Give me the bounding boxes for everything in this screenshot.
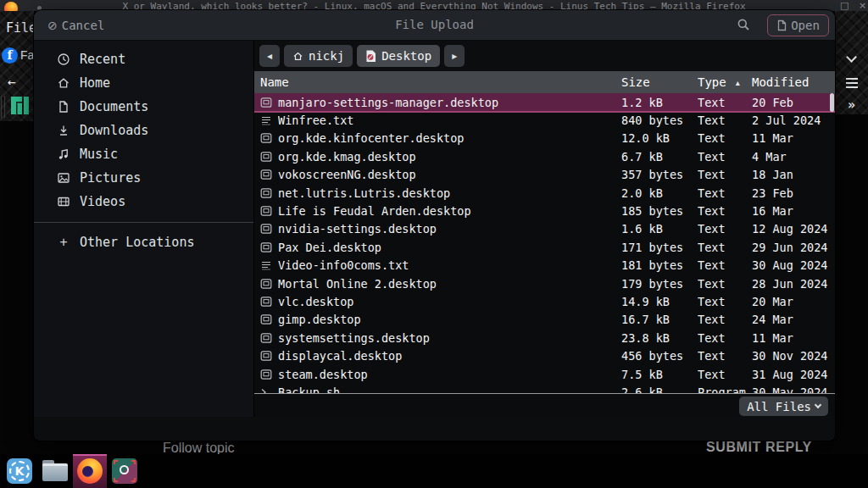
open-button[interactable]: Open	[767, 14, 829, 36]
file-row[interactable]: steam.desktop 7.5 kB Text 31 Aug 2024	[254, 365, 835, 383]
file-size: 456 bytes	[621, 349, 698, 363]
search-button[interactable]	[737, 18, 750, 35]
file-type-icon	[254, 205, 278, 217]
column-header-size[interactable]: Size	[621, 75, 698, 89]
file-modified: 18 Jan	[752, 168, 835, 181]
breadcrumb-home-label: nickj	[309, 49, 344, 63]
sidebar-item-other-locations[interactable]: + Other Locations	[34, 230, 253, 254]
chevron-down-icon	[815, 402, 821, 408]
sidebar-item-recent[interactable]: Recent	[34, 47, 253, 71]
video-icon	[57, 195, 70, 208]
facebook-share-button[interactable]: f Fac	[2, 47, 34, 64]
file-row[interactable]: org.kde.kmag.desktop 6.7 kB Text 4 Mar	[254, 147, 835, 165]
file-row[interactable]: Pax Dei.desktop 171 bytes Text 29 Jun 20…	[254, 238, 835, 256]
file-type: Text	[698, 349, 752, 363]
dialog-headerbar: ⊘ Cancel File Upload Open	[34, 10, 835, 41]
sidebar-item-home[interactable]: Home	[34, 71, 253, 95]
file-modified: 16 Mar	[752, 204, 835, 218]
file-type: Text	[698, 96, 752, 109]
submit-reply-button[interactable]: SUBMIT REPLY	[706, 440, 812, 455]
file-modified: 2 Jul 2024	[752, 114, 835, 127]
breadcrumb-back-button[interactable]: ◂	[259, 45, 280, 67]
breadcrumb-forward-button[interactable]: ▸	[444, 45, 465, 67]
sidebar-item-documents[interactable]: Documents	[34, 95, 253, 119]
close-button[interactable]: ×	[859, 0, 866, 11]
file-type-icon	[254, 169, 278, 180]
file-row[interactable]: Mortal Online 2.desktop 179 bytes Text 2…	[254, 274, 835, 292]
file-name: org.kde.kmag.desktop	[278, 150, 621, 164]
column-header-modified[interactable]: Modified	[752, 75, 835, 89]
file-row[interactable]: nvidia-settings.desktop 1.6 kB Text 12 A…	[254, 220, 835, 238]
file-size: 1.6 kB	[621, 222, 698, 236]
file-row[interactable]: systemsettings.desktop 23.8 kB Text 11 M…	[254, 329, 835, 347]
file-type-icon	[254, 223, 278, 235]
page-right-strip: »	[835, 11, 868, 114]
kde-launcher-button[interactable]: K	[7, 458, 32, 484]
file-row[interactable]: Video-info0coms.txt 181 bytes Text 30 Au…	[254, 257, 835, 274]
sidebar-label: Downloads	[80, 123, 148, 138]
hamburger-menu-icon[interactable]	[835, 75, 868, 92]
file-name: Backup.sh	[278, 385, 621, 393]
file-name: org.kde.kinfocenter.desktop	[278, 131, 621, 145]
file-row[interactable]: Winfree.txt 840 bytes Text 2 Jul 2024	[254, 111, 835, 129]
music-note-icon	[57, 147, 70, 161]
file-row[interactable]: vlc.desktop 14.9 kB Text 20 Mar	[254, 292, 835, 310]
path-breadcrumb-bar: ◂ nickj Desktop ▸	[254, 41, 835, 71]
sidebar-item-pictures[interactable]: Pictures	[34, 166, 253, 190]
search-icon	[737, 18, 750, 31]
sidebar-label: Videos	[80, 194, 125, 209]
file-row[interactable]: manjaro-settings-manager.desktop 1.2 kB …	[254, 93, 835, 113]
menu-file[interactable]: File	[6, 20, 34, 36]
file-modified: 31 Aug 2024	[752, 368, 835, 381]
file-row[interactable]: Life is Feudal Arden.desktop 185 bytes T…	[254, 202, 835, 219]
sidebar-item-downloads[interactable]: Downloads	[34, 119, 253, 142]
file-manager-button[interactable]	[42, 458, 68, 484]
sidebar-label: Home	[80, 75, 110, 91]
file-type: Text	[698, 241, 752, 254]
sidebar-item-videos[interactable]: Videos	[34, 190, 253, 214]
breadcrumb-home[interactable]: nickj	[284, 45, 353, 67]
file-row[interactable]: gimp.desktop 16.7 kB Text 24 Mar	[254, 311, 835, 329]
file-name: systemsettings.desktop	[278, 331, 621, 345]
column-header-name[interactable]: Name	[254, 75, 621, 89]
file-type-icon	[254, 241, 278, 253]
file-row[interactable]: net.lutris.Lutris.desktop 2.0 kB Text 23…	[254, 184, 835, 202]
file-type-icon	[254, 187, 278, 199]
file-name: Pax Dei.desktop	[278, 241, 621, 254]
list-column-headers: Name Size Type ▴ Modified	[254, 71, 835, 93]
file-type: Text	[698, 313, 752, 326]
firefox-task-button[interactable]	[77, 458, 103, 484]
file-filter-dropdown[interactable]: All Files	[739, 396, 828, 416]
file-type: Text	[698, 114, 752, 127]
picture-icon	[57, 171, 70, 185]
chevron-down-icon[interactable]	[835, 48, 868, 64]
file-row[interactable]: vokoscreenNG.desktop 357 bytes Text 18 J…	[254, 166, 835, 184]
file-size: 12.0 kB	[621, 131, 698, 145]
file-size: 1.2 kB	[621, 96, 698, 109]
desktop-file-icon	[365, 50, 376, 63]
maximize-button[interactable]: □	[840, 0, 849, 11]
file-modified: 30 May 2024	[752, 385, 835, 393]
double-chevron-icon[interactable]: »	[835, 97, 868, 113]
scrollbar-thumb[interactable]	[830, 93, 834, 112]
column-header-type[interactable]: Type ▴	[698, 75, 752, 89]
file-row[interactable]: org.kde.kinfocenter.desktop 12.0 kB Text…	[254, 130, 835, 147]
file-type: Text	[698, 331, 752, 345]
file-modified: 4 Mar	[752, 150, 835, 164]
screenshot-tool-button[interactable]	[112, 458, 137, 484]
dialog-footer: All Files	[254, 393, 835, 417]
file-modified: 30 Nov 2024	[752, 349, 835, 363]
sidebar-item-music[interactable]: Music	[34, 142, 253, 166]
dialog-title: File Upload	[34, 18, 835, 31]
file-row[interactable]: displaycal.desktop 456 bytes Text 30 Nov…	[254, 347, 835, 364]
clock-icon	[57, 53, 70, 66]
file-size: 840 bytes	[621, 114, 698, 127]
file-type-icon	[254, 350, 278, 362]
file-size: 2.0 kB	[621, 186, 698, 200]
file-type: Text	[698, 186, 752, 200]
file-type: Text	[698, 150, 752, 164]
file-type: Text	[698, 204, 752, 218]
file-row[interactable]: Backup.sh 2.6 kB Program 30 May 2024	[254, 383, 835, 393]
back-arrow-icon[interactable]: ←	[8, 74, 16, 90]
breadcrumb-desktop[interactable]: Desktop	[357, 45, 440, 67]
